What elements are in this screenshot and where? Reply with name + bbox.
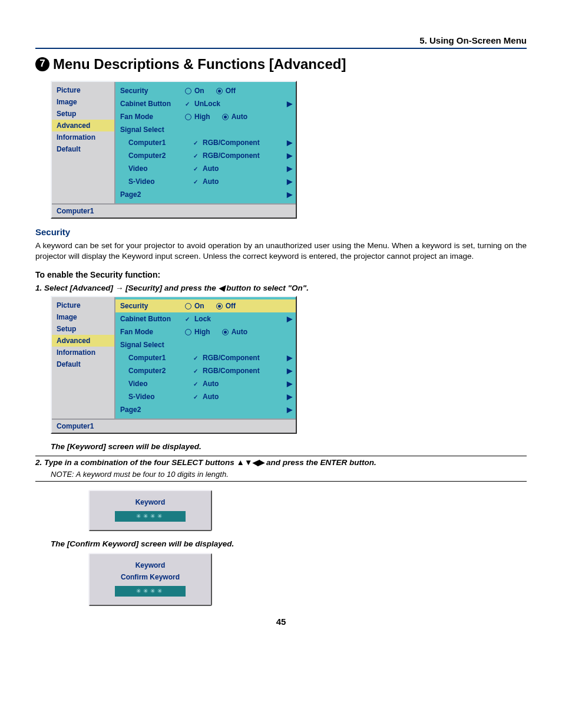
- setting-label: Cabinet Button: [120, 315, 185, 323]
- setting-label: Computer1: [120, 354, 193, 362]
- radio-option-auto[interactable]: Auto: [222, 328, 247, 336]
- sidebar-item-default[interactable]: Default: [52, 143, 114, 155]
- setting-row-video[interactable]: Video✓Auto▶: [115, 377, 296, 390]
- submenu-arrow-icon: ▶: [283, 190, 292, 199]
- setting-row-video[interactable]: Video✓Auto▶: [115, 162, 296, 175]
- setting-label: Video: [120, 380, 193, 388]
- select-arrows-icon: ▲▼◀▶: [237, 458, 265, 467]
- sidebar-item-image[interactable]: Image: [52, 311, 114, 323]
- radio-icon: [216, 88, 223, 94]
- sidebar-item-setup[interactable]: Setup: [52, 323, 114, 335]
- setting-row-signal-select[interactable]: Signal Select: [115, 338, 296, 351]
- setting-label: Page2: [120, 406, 185, 414]
- setting-row-fan-mode[interactable]: Fan ModeHighAuto: [115, 325, 296, 338]
- sidebar-item-picture[interactable]: Picture: [52, 299, 114, 311]
- radio-option-auto[interactable]: Auto: [222, 113, 247, 121]
- result-1: The [Keyword] screen will be displayed.: [51, 442, 527, 451]
- setting-value: Lock: [194, 315, 211, 323]
- setting-label: Page2: [120, 190, 185, 199]
- submenu-arrow-icon: ▶: [283, 151, 292, 160]
- setting-value: Auto: [203, 393, 219, 401]
- setting-row-cabinet-button[interactable]: Cabinet Button✓UnLock▶: [115, 97, 296, 110]
- setting-label: Fan Mode: [120, 328, 185, 336]
- sidebar-item-default[interactable]: Default: [52, 358, 114, 370]
- setting-label: Computer2: [120, 151, 193, 160]
- keyword-label: Keyword: [95, 498, 205, 506]
- setting-row-signal-select[interactable]: Signal Select: [115, 123, 296, 136]
- setting-value: RGB/Component: [203, 367, 260, 375]
- section-title: 7 Menu Descriptions & Functions [Advance…: [35, 56, 527, 73]
- sidebar-item-information[interactable]: Information: [52, 347, 114, 358]
- radio-icon: [185, 114, 191, 120]
- radio-option-off[interactable]: Off: [216, 302, 236, 310]
- setting-row-cabinet-button[interactable]: Cabinet Button✓Lock▶: [115, 312, 296, 325]
- setting-row-computer1[interactable]: Computer1✓RGB/Component▶: [115, 351, 296, 364]
- sidebar-item-image[interactable]: Image: [52, 96, 114, 108]
- enable-heading: To enable the Security function:: [35, 270, 527, 279]
- radio-option-high[interactable]: High: [185, 328, 210, 336]
- setting-label: Security: [120, 87, 185, 95]
- check-icon: ✓: [193, 368, 198, 374]
- check-icon: ✓: [193, 140, 198, 146]
- setting-label: Signal Select: [120, 126, 185, 134]
- check-icon: ✓: [193, 381, 198, 387]
- confirm-keyword-dialog: Keyword Confirm Keyword ✳✳✳✳: [88, 553, 212, 606]
- radio-option-on[interactable]: On: [185, 87, 204, 95]
- submenu-arrow-icon: ▶: [283, 315, 292, 323]
- left-arrow-icon: ◀: [219, 284, 224, 292]
- radio-option-off[interactable]: Off: [216, 87, 236, 95]
- note-line: NOTE: A keyword must be four to 10 digit…: [35, 469, 527, 482]
- check-icon: ✓: [193, 179, 198, 185]
- radio-icon: [216, 303, 223, 309]
- step-1-pre: 1. Select [Advanced] → [Security] and pr…: [35, 284, 219, 292]
- setting-label: S-Video: [120, 177, 193, 186]
- radio-option-high[interactable]: High: [185, 113, 210, 121]
- radio-icon: [185, 88, 191, 94]
- setting-label: S-Video: [120, 393, 193, 401]
- keyword-dialog: Keyword ✳✳✳✳: [88, 490, 212, 531]
- sidebar-item-setup[interactable]: Setup: [52, 108, 114, 120]
- setting-row-computer2[interactable]: Computer2✓RGB/Component▶: [115, 364, 296, 377]
- setting-row-computer2[interactable]: Computer2✓RGB/Component▶: [115, 149, 296, 162]
- sidebar-item-advanced[interactable]: Advanced: [52, 335, 114, 347]
- submenu-arrow-icon: ▶: [283, 354, 292, 362]
- submenu-arrow-icon: ▶: [283, 100, 292, 108]
- result-2: The [Confirm Keyword] screen will be dis…: [51, 539, 527, 548]
- setting-label: Computer1: [120, 139, 193, 147]
- setting-row-computer1[interactable]: Computer1✓RGB/Component▶: [115, 136, 296, 149]
- page-number: 45: [35, 617, 527, 627]
- confirm-keyword-input[interactable]: ✳✳✳✳: [115, 586, 186, 597]
- setting-label: Fan Mode: [120, 113, 185, 121]
- setting-value: RGB/Component: [203, 354, 260, 362]
- security-body: A keyword can be set for your projector …: [35, 241, 527, 262]
- osd-settings: SecurityOnOffCabinet Button✓Lock▶Fan Mod…: [115, 297, 296, 419]
- section-number-badge: 7: [35, 57, 49, 71]
- setting-row-page2[interactable]: Page2▶: [115, 188, 296, 201]
- confirm-keyword-label: Confirm Keyword: [95, 573, 205, 581]
- step-1: 1. Select [Advanced] → [Security] and pr…: [35, 283, 527, 292]
- setting-row-page2[interactable]: Page2▶: [115, 403, 296, 416]
- keyword-input[interactable]: ✳✳✳✳: [115, 511, 186, 522]
- submenu-arrow-icon: ▶: [283, 393, 292, 401]
- sidebar-item-information[interactable]: Information: [52, 131, 114, 143]
- setting-value: Auto: [203, 164, 219, 173]
- radio-icon: [185, 329, 191, 335]
- check-icon: ✓: [185, 101, 190, 107]
- setting-row-security[interactable]: SecurityOnOff: [115, 84, 296, 97]
- submenu-arrow-icon: ▶: [283, 406, 292, 414]
- sidebar-item-picture[interactable]: Picture: [52, 84, 114, 96]
- setting-row-security[interactable]: SecurityOnOff: [115, 299, 296, 312]
- section-title-text: Menu Descriptions & Functions [Advanced]: [53, 56, 346, 73]
- check-icon: ✓: [193, 166, 198, 172]
- setting-row-s-video[interactable]: S-Video✓Auto▶: [115, 175, 296, 188]
- chapter-header: 5. Using On-Screen Menu: [35, 35, 527, 49]
- radio-option-on[interactable]: On: [185, 302, 204, 310]
- setting-row-fan-mode[interactable]: Fan ModeHighAuto: [115, 110, 296, 123]
- step-2: 2. Type in a combination of the four SEL…: [35, 456, 527, 467]
- setting-value: UnLock: [194, 100, 220, 108]
- sidebar-item-advanced[interactable]: Advanced: [52, 120, 114, 131]
- osd-panel: PictureImageSetupAdvancedInformationDefa…: [51, 296, 297, 434]
- setting-row-s-video[interactable]: S-Video✓Auto▶: [115, 390, 296, 403]
- setting-label: Security: [120, 302, 185, 310]
- setting-label: Video: [120, 164, 193, 173]
